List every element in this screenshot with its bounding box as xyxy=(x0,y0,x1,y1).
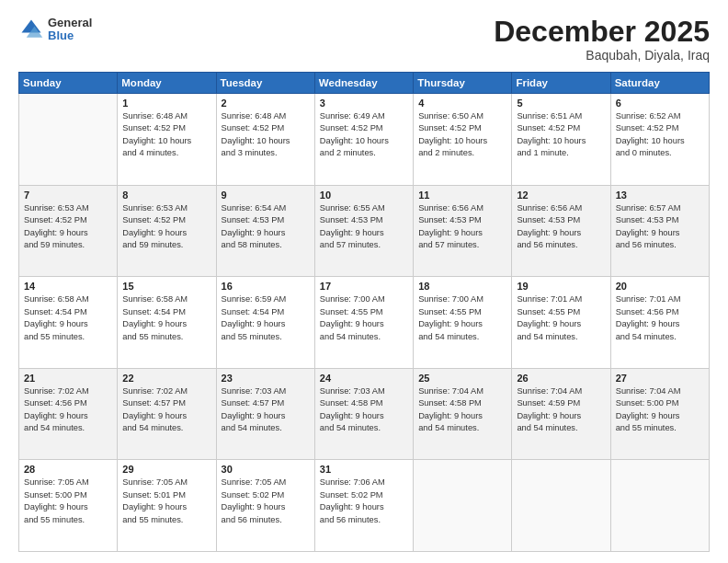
calendar-cell: 5Sunrise: 6:51 AMSunset: 4:52 PMDaylight… xyxy=(512,94,610,186)
day-info: Sunrise: 6:52 AMSunset: 4:52 PMDaylight:… xyxy=(616,110,704,160)
day-number: 10 xyxy=(320,190,408,201)
calendar-cell: 12Sunrise: 6:56 AMSunset: 4:53 PMDayligh… xyxy=(512,185,610,277)
calendar-cell: 16Sunrise: 6:59 AMSunset: 4:54 PMDayligh… xyxy=(216,277,314,369)
calendar-cell: 6Sunrise: 6:52 AMSunset: 4:52 PMDaylight… xyxy=(610,94,709,186)
calendar-cell: 29Sunrise: 7:05 AMSunset: 5:01 PMDayligh… xyxy=(118,460,216,552)
page: General Blue December 2025 Baqubah, Diya… xyxy=(0,0,728,563)
calendar-cell: 10Sunrise: 6:55 AMSunset: 4:53 PMDayligh… xyxy=(314,185,413,277)
day-info: Sunrise: 6:55 AMSunset: 4:53 PMDaylight:… xyxy=(320,202,408,252)
calendar-cell: 15Sunrise: 6:58 AMSunset: 4:54 PMDayligh… xyxy=(118,277,216,369)
calendar-cell: 13Sunrise: 6:57 AMSunset: 4:53 PMDayligh… xyxy=(610,185,709,277)
day-info: Sunrise: 6:58 AMSunset: 4:54 PMDaylight:… xyxy=(24,293,112,343)
day-number: 18 xyxy=(418,281,506,292)
day-info: Sunrise: 7:02 AMSunset: 4:56 PMDaylight:… xyxy=(24,385,112,435)
day-number: 15 xyxy=(122,281,210,292)
header-thursday: Thursday xyxy=(414,73,512,94)
calendar-cell: 31Sunrise: 7:06 AMSunset: 5:02 PMDayligh… xyxy=(314,460,413,552)
day-info: Sunrise: 6:58 AMSunset: 4:54 PMDaylight:… xyxy=(122,293,210,343)
calendar-cell: 28Sunrise: 7:05 AMSunset: 5:00 PMDayligh… xyxy=(19,460,118,552)
calendar-cell xyxy=(610,460,709,552)
day-info: Sunrise: 6:53 AMSunset: 4:52 PMDaylight:… xyxy=(122,202,210,252)
calendar-cell: 1Sunrise: 6:48 AMSunset: 4:52 PMDaylight… xyxy=(118,94,216,186)
calendar-cell: 7Sunrise: 6:53 AMSunset: 4:52 PMDaylight… xyxy=(19,185,118,277)
day-number: 20 xyxy=(616,281,704,292)
day-number: 29 xyxy=(122,464,210,475)
day-info: Sunrise: 7:04 AMSunset: 5:00 PMDaylight:… xyxy=(616,385,704,435)
day-info: Sunrise: 7:01 AMSunset: 4:56 PMDaylight:… xyxy=(616,293,704,343)
day-number: 24 xyxy=(320,373,408,384)
calendar-week-0: 1Sunrise: 6:48 AMSunset: 4:52 PMDaylight… xyxy=(19,94,710,186)
day-info: Sunrise: 7:06 AMSunset: 5:02 PMDaylight:… xyxy=(320,477,408,526)
day-info: Sunrise: 7:05 AMSunset: 5:00 PMDaylight:… xyxy=(24,477,112,526)
header-sunday: Sunday xyxy=(19,73,118,94)
day-number: 28 xyxy=(24,464,112,475)
day-number: 22 xyxy=(122,373,210,384)
day-info: Sunrise: 7:05 AMSunset: 5:01 PMDaylight:… xyxy=(122,477,210,526)
calendar-cell: 4Sunrise: 6:50 AMSunset: 4:52 PMDaylight… xyxy=(414,94,512,186)
calendar-cell: 8Sunrise: 6:53 AMSunset: 4:52 PMDaylight… xyxy=(118,185,216,277)
calendar-cell xyxy=(19,94,118,186)
day-info: Sunrise: 7:04 AMSunset: 4:59 PMDaylight:… xyxy=(517,385,605,435)
calendar-cell: 19Sunrise: 7:01 AMSunset: 4:55 PMDayligh… xyxy=(512,277,610,369)
day-number: 2 xyxy=(222,98,310,109)
day-number: 23 xyxy=(222,373,310,384)
calendar-week-3: 21Sunrise: 7:02 AMSunset: 4:56 PMDayligh… xyxy=(19,368,710,460)
day-info: Sunrise: 7:03 AMSunset: 4:57 PMDaylight:… xyxy=(222,385,310,435)
header-saturday: Saturday xyxy=(610,73,709,94)
logo-text: General Blue xyxy=(48,17,92,43)
calendar-cell: 23Sunrise: 7:03 AMSunset: 4:57 PMDayligh… xyxy=(216,368,314,460)
day-info: Sunrise: 7:01 AMSunset: 4:55 PMDaylight:… xyxy=(517,293,605,343)
day-number: 5 xyxy=(517,98,605,109)
day-info: Sunrise: 6:56 AMSunset: 4:53 PMDaylight:… xyxy=(418,202,506,252)
calendar-cell: 17Sunrise: 7:00 AMSunset: 4:55 PMDayligh… xyxy=(314,277,413,369)
day-info: Sunrise: 6:48 AMSunset: 4:52 PMDaylight:… xyxy=(122,110,210,160)
day-info: Sunrise: 7:04 AMSunset: 4:58 PMDaylight:… xyxy=(418,385,506,435)
day-info: Sunrise: 7:00 AMSunset: 4:55 PMDaylight:… xyxy=(418,293,506,343)
calendar-week-4: 28Sunrise: 7:05 AMSunset: 5:00 PMDayligh… xyxy=(19,460,710,552)
day-number: 26 xyxy=(517,373,605,384)
calendar-week-1: 7Sunrise: 6:53 AMSunset: 4:52 PMDaylight… xyxy=(19,185,710,277)
day-number: 25 xyxy=(418,373,506,384)
calendar-cell: 9Sunrise: 6:54 AMSunset: 4:53 PMDaylight… xyxy=(216,185,314,277)
day-number: 4 xyxy=(418,98,506,109)
logo-general-text: General xyxy=(48,17,92,29)
day-number: 30 xyxy=(222,464,310,475)
calendar-cell xyxy=(512,460,610,552)
day-info: Sunrise: 6:50 AMSunset: 4:52 PMDaylight:… xyxy=(418,110,506,160)
header-wednesday: Wednesday xyxy=(314,73,413,94)
calendar-cell: 14Sunrise: 6:58 AMSunset: 4:54 PMDayligh… xyxy=(19,277,118,369)
day-number: 14 xyxy=(24,281,112,292)
calendar-cell: 27Sunrise: 7:04 AMSunset: 5:00 PMDayligh… xyxy=(610,368,709,460)
day-number: 19 xyxy=(517,281,605,292)
calendar-cell: 21Sunrise: 7:02 AMSunset: 4:56 PMDayligh… xyxy=(19,368,118,460)
day-info: Sunrise: 7:02 AMSunset: 4:57 PMDaylight:… xyxy=(122,385,210,435)
day-number: 9 xyxy=(222,190,310,201)
calendar-cell: 2Sunrise: 6:48 AMSunset: 4:52 PMDaylight… xyxy=(216,94,314,186)
day-info: Sunrise: 6:49 AMSunset: 4:52 PMDaylight:… xyxy=(320,110,408,160)
day-info: Sunrise: 6:56 AMSunset: 4:53 PMDaylight:… xyxy=(517,202,605,252)
day-info: Sunrise: 7:05 AMSunset: 5:02 PMDaylight:… xyxy=(222,477,310,526)
title-block: December 2025 Baqubah, Diyala, Iraq xyxy=(494,17,710,63)
day-number: 16 xyxy=(222,281,310,292)
day-number: 17 xyxy=(320,281,408,292)
header: General Blue December 2025 Baqubah, Diya… xyxy=(18,17,710,63)
calendar-cell: 25Sunrise: 7:04 AMSunset: 4:58 PMDayligh… xyxy=(414,368,512,460)
calendar-week-2: 14Sunrise: 6:58 AMSunset: 4:54 PMDayligh… xyxy=(19,277,710,369)
day-number: 13 xyxy=(616,190,704,201)
day-number: 1 xyxy=(122,98,210,109)
month-title: December 2025 xyxy=(494,17,710,46)
calendar-cell: 22Sunrise: 7:02 AMSunset: 4:57 PMDayligh… xyxy=(118,368,216,460)
calendar-cell: 3Sunrise: 6:49 AMSunset: 4:52 PMDaylight… xyxy=(314,94,413,186)
day-number: 6 xyxy=(616,98,704,109)
day-info: Sunrise: 6:59 AMSunset: 4:54 PMDaylight:… xyxy=(222,293,310,343)
day-number: 12 xyxy=(517,190,605,201)
day-info: Sunrise: 6:53 AMSunset: 4:52 PMDaylight:… xyxy=(24,202,112,252)
calendar-header-row: SundayMondayTuesdayWednesdayThursdayFrid… xyxy=(19,73,710,94)
calendar-cell xyxy=(414,460,512,552)
day-number: 11 xyxy=(418,190,506,201)
day-number: 21 xyxy=(24,373,112,384)
day-number: 27 xyxy=(616,373,704,384)
calendar-cell: 30Sunrise: 7:05 AMSunset: 5:02 PMDayligh… xyxy=(216,460,314,552)
day-info: Sunrise: 6:51 AMSunset: 4:52 PMDaylight:… xyxy=(517,110,605,160)
day-number: 31 xyxy=(320,464,408,475)
